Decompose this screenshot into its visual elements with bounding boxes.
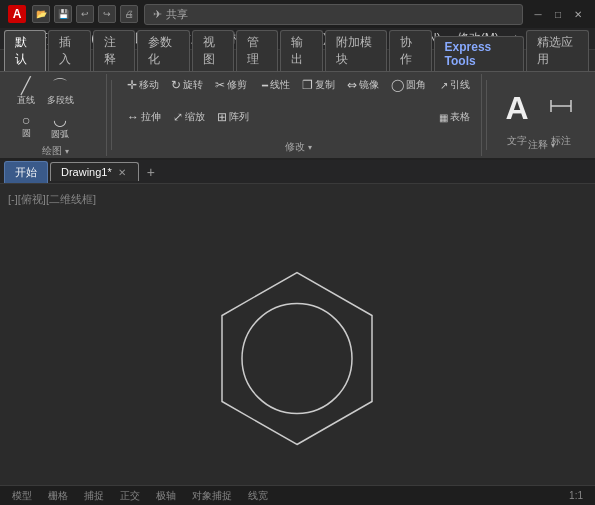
ribbon-panel: ╱ 直线 ⌒ 多段线 ○ 圆 ◡ 圆弧 绘图 ▾ <box>0 72 595 160</box>
tab-annotate[interactable]: 注释 <box>93 30 135 71</box>
stretch-icon: ↔ <box>127 110 139 124</box>
table-icon: ▦ <box>439 112 448 123</box>
share-button[interactable]: ✈ 共享 <box>144 4 523 25</box>
stretch-button[interactable]: ↔ 拉伸 <box>122 108 166 126</box>
rotate-button[interactable]: ↻ 旋转 <box>166 76 208 94</box>
table-button[interactable]: ▦表格 <box>434 108 475 126</box>
grid-status[interactable]: 栅格 <box>44 489 72 503</box>
circle-button[interactable]: ○ 圆 <box>10 110 42 142</box>
snap-status[interactable]: 捕捉 <box>80 489 108 503</box>
app-container: A 📂 💾 ↩ ↪ 🖨 ✈ 共享 ─ □ ✕ 文件(F) 编辑(E) 视图(V)… <box>0 0 595 505</box>
hexagon-shape <box>222 273 372 445</box>
circle-label: 圆 <box>22 129 31 139</box>
line-label: 直线 <box>17 96 35 106</box>
divider-2 <box>486 80 487 150</box>
array-button[interactable]: ⊞ 阵列 <box>212 108 254 126</box>
arc-button[interactable]: ◡ 圆弧 <box>44 110 76 142</box>
app-logo: A <box>8 5 26 23</box>
tab-express-tools[interactable]: Express Tools <box>434 36 525 71</box>
scale-button[interactable]: ⤢ 缩放 <box>168 108 210 126</box>
model-status[interactable]: 模型 <box>8 489 36 503</box>
copy-button[interactable]: ❐ 复制 <box>297 76 340 94</box>
canvas-area[interactable]: [-][俯视][二维线框] <box>0 184 595 485</box>
redo-icon[interactable]: ↪ <box>98 5 116 23</box>
arc-label: 圆弧 <box>51 130 69 140</box>
text-button[interactable]: A <box>497 82 537 134</box>
tab-view[interactable]: 视图 <box>192 30 234 71</box>
polar-status[interactable]: 极轴 <box>152 489 180 503</box>
tab-featured[interactable]: 精选应用 <box>526 30 589 71</box>
modify-group-label[interactable]: 修改 ▾ <box>122 138 475 154</box>
status-bar: 模型 栅格 捕捉 正交 极轴 对象捕捉 线宽 1:1 <box>0 485 595 505</box>
polyline-button[interactable]: ⌒ 多段线 <box>44 76 76 108</box>
lineweight-status[interactable]: 线宽 <box>244 489 272 503</box>
close-button[interactable]: ✕ <box>569 5 587 23</box>
modify-tools: ✛ 移动 ↻ 旋转 ✂ 修剪 ━线性 ❐ 复制 <box>122 76 475 138</box>
trim-icon: ✂ <box>215 78 225 92</box>
leader-button[interactable]: ↗引线 <box>435 76 475 94</box>
tab-default[interactable]: 默认 <box>4 30 46 71</box>
circle-icon: ○ <box>22 113 30 127</box>
divider-1 <box>111 80 112 150</box>
array-icon: ⊞ <box>217 110 227 124</box>
dimension-icon <box>547 94 575 123</box>
save-icon[interactable]: 💾 <box>54 5 72 23</box>
tab-start[interactable]: 开始 <box>4 161 48 183</box>
draw-group-label[interactable]: 绘图 ▾ <box>10 142 100 158</box>
close-drawing-icon[interactable]: ✕ <box>116 166 128 178</box>
ribbon-group-annotation: A 文字 标注 注释 ▾ <box>491 74 591 156</box>
ribbon-group-draw: ╱ 直线 ⌒ 多段线 ○ 圆 ◡ 圆弧 绘图 ▾ <box>4 74 107 156</box>
new-tab-button[interactable]: + <box>141 163 161 181</box>
polyline-icon: ⌒ <box>52 78 68 94</box>
draw-tools: ╱ 直线 ⌒ 多段线 ○ 圆 ◡ 圆弧 <box>10 76 100 142</box>
tab-drawing1[interactable]: Drawing1* ✕ <box>50 162 139 181</box>
share-icon: ✈ <box>153 8 162 21</box>
main-area: 开始 Drawing1* ✕ + [-][俯视][二维线框] 模型 栅格 捕捉 … <box>0 160 595 505</box>
minimize-button[interactable]: ─ <box>529 5 547 23</box>
move-button[interactable]: ✛ 移动 <box>122 76 164 94</box>
copy-icon: ❐ <box>302 78 313 92</box>
app-title: ✈ 共享 <box>144 4 523 25</box>
ribbon-group-modify: ✛ 移动 ↻ 旋转 ✂ 修剪 ━线性 ❐ 复制 <box>116 74 482 156</box>
annotation-group-label[interactable]: 注释 ▾ <box>491 136 591 152</box>
tab-parametric[interactable]: 参数化 <box>137 30 190 71</box>
ortho-status[interactable]: 正交 <box>116 489 144 503</box>
osnap-status[interactable]: 对象捕捉 <box>188 489 236 503</box>
tab-output[interactable]: 输出 <box>280 30 322 71</box>
modify-dropdown-arrow[interactable]: ▾ <box>308 143 312 152</box>
annotation-dropdown-arrow[interactable]: ▾ <box>551 141 555 150</box>
fillet-button[interactable]: ◯ 圆角 <box>386 76 431 94</box>
line-icon: ╱ <box>21 78 31 94</box>
trim-button[interactable]: ✂ 修剪 <box>210 76 252 94</box>
title-bar: A 📂 💾 ↩ ↪ 🖨 ✈ 共享 ─ □ ✕ <box>0 0 595 28</box>
mirror-icon: ⇔ <box>347 78 357 92</box>
tab-collaborate[interactable]: 协作 <box>389 30 431 71</box>
tab-manage[interactable]: 管理 <box>236 30 278 71</box>
drawing-tabs: 开始 Drawing1* ✕ + <box>0 160 595 184</box>
undo-icon[interactable]: ↩ <box>76 5 94 23</box>
leader-icon: ↗ <box>440 80 448 91</box>
polyline-label: 多段线 <box>47 96 74 106</box>
dimension-button[interactable] <box>541 82 581 134</box>
quick-access-toolbar: 📂 💾 ↩ ↪ 🖨 <box>32 5 138 23</box>
plot-icon[interactable]: 🖨 <box>120 5 138 23</box>
line-button[interactable]: ╱ 直线 <box>10 76 42 108</box>
window-controls: ─ □ ✕ <box>529 5 587 23</box>
zoom-level[interactable]: 1:1 <box>565 490 587 501</box>
rotate-icon: ↻ <box>171 78 181 92</box>
tab-addons[interactable]: 附加模块 <box>325 30 388 71</box>
drawing-canvas <box>0 184 595 485</box>
maximize-button[interactable]: □ <box>549 5 567 23</box>
fillet-icon: ◯ <box>391 78 404 92</box>
arc-icon: ◡ <box>53 112 67 128</box>
open-icon[interactable]: 📂 <box>32 5 50 23</box>
draw-dropdown-arrow[interactable]: ▾ <box>65 147 69 156</box>
scale-icon: ⤢ <box>173 110 183 124</box>
inner-circle <box>242 304 352 414</box>
tab-insert[interactable]: 插入 <box>48 30 90 71</box>
linetype-button[interactable]: ━线性 <box>257 76 295 94</box>
ribbon-tabs: 默认 插入 注释 参数化 视图 管理 输出 附加模块 协作 Express To… <box>0 50 595 72</box>
linetype-icon: ━ <box>262 80 268 91</box>
move-icon: ✛ <box>127 78 137 92</box>
mirror-button[interactable]: ⇔ 镜像 <box>342 76 384 94</box>
